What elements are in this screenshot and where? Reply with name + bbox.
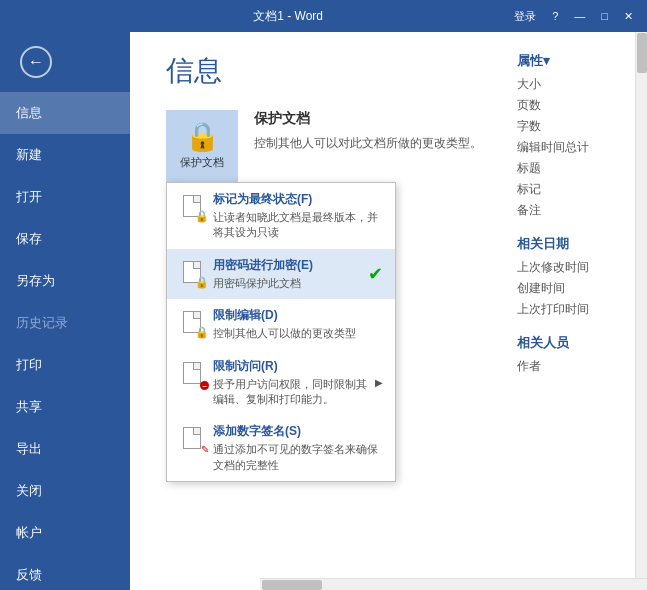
digital-sign-doc-icon (183, 427, 201, 449)
sidebar-item-new[interactable]: 新建 (0, 134, 130, 176)
mark-final-desc: 让读者知晓此文档是最终版本，并将其设为只读 (213, 210, 383, 241)
mark-final-icon: 🔒 (179, 191, 205, 221)
help-button[interactable]: ? (546, 8, 564, 24)
digital-sign-desc: 通过添加不可见的数字签名来确保文档的完整性 (213, 442, 383, 473)
sidebar-item-history: 历史记录 (0, 302, 130, 344)
vertical-scrollbar[interactable] (635, 32, 647, 590)
sidebar-item-share[interactable]: 共享 (0, 386, 130, 428)
encrypt-content: 用密码进行加密(E) 用密码保护此文档 (213, 257, 360, 291)
content-area: 信息 🔒 保护文档 保护文档 控制其他人可以对此文档所做的更改类型。 (130, 32, 647, 590)
badge-restrict-icon: 🔒 (195, 326, 209, 339)
badge-lock-icon: 🔒 (195, 210, 209, 223)
scrollbar-thumb[interactable] (637, 33, 647, 73)
minimize-button[interactable]: — (568, 8, 591, 24)
lock-icon: 🔒 (185, 123, 220, 151)
mark-final-title: 标记为最终状态(F) (213, 191, 383, 208)
restrict-access-content: 限制访问(R) 授予用户访问权限，同时限制其编辑、复制和打印能力。 (213, 358, 367, 408)
prop-words: 字数 (517, 118, 627, 135)
badge-lock2-icon: 🔒 (195, 276, 209, 289)
restrict-edit-title: 限制编辑(D) (213, 307, 383, 324)
h-scrollbar-thumb[interactable] (262, 580, 322, 590)
related-people-heading: 相关人员 (517, 334, 627, 352)
prop-size: 大小 (517, 76, 627, 93)
properties-heading[interactable]: 属性▾ (517, 52, 627, 70)
badge-no-icon: – (200, 381, 209, 390)
encrypt-icon: 🔒 (179, 257, 205, 287)
close-button[interactable]: ✕ (618, 8, 639, 25)
restrict-access-title: 限制访问(R) (213, 358, 367, 375)
restrict-edit-content: 限制编辑(D) 控制其他人可以做的更改类型 (213, 307, 383, 341)
check-mark-icon: ✔ (368, 263, 383, 285)
digital-sign-title: 添加数字签名(S) (213, 423, 383, 440)
restrict-edit-desc: 控制其他人可以做的更改类型 (213, 326, 383, 341)
prop-author: 作者 (517, 358, 627, 375)
menu-item-encrypt[interactable]: 🔒 用密码进行加密(E) 用密码保护此文档 ✔ (167, 249, 395, 299)
sidebar-item-save[interactable]: 保存 (0, 218, 130, 260)
sidebar-item-saveas[interactable]: 另存为 (0, 260, 130, 302)
restrict-access-icon: – (179, 358, 205, 388)
sidebar-item-account[interactable]: 帐户 (0, 512, 130, 554)
mark-final-content: 标记为最终状态(F) 让读者知晓此文档是最终版本，并将其设为只读 (213, 191, 383, 241)
menu-item-mark-final[interactable]: 🔒 标记为最终状态(F) 让读者知晓此文档是最终版本，并将其设为只读 (167, 183, 395, 249)
digital-sign-content: 添加数字签名(S) 通过添加不可见的数字签名来确保文档的完整性 (213, 423, 383, 473)
sidebar-item-export[interactable]: 导出 (0, 428, 130, 470)
menu-item-restrict-access[interactable]: – 限制访问(R) 授予用户访问权限，同时限制其编辑、复制和打印能力。 ▶ (167, 350, 395, 416)
prop-last-print: 上次打印时间 (517, 301, 627, 318)
badge-star-icon: ✎ (201, 444, 209, 455)
menu-item-restrict-edit[interactable]: 🔒 限制编辑(D) 控制其他人可以做的更改类型 (167, 299, 395, 349)
sidebar-bottom: 帐户 反馈 (0, 512, 130, 590)
title-bar: 文档1 - Word 登录 ? — □ ✕ (0, 0, 647, 32)
digital-sign-icon: ✎ (179, 423, 205, 453)
prop-tags: 标记 (517, 181, 627, 198)
back-circle-icon[interactable]: ← (20, 46, 52, 78)
window-title: 文档1 - Word (68, 8, 508, 25)
back-button[interactable]: ← (0, 32, 130, 92)
horizontal-scrollbar[interactable] (260, 578, 647, 590)
sidebar-item-close[interactable]: 关闭 (0, 470, 130, 512)
restrict-edit-icon: 🔒 (179, 307, 205, 337)
restrict-access-desc: 授予用户访问权限，同时限制其编辑、复制和打印能力。 (213, 377, 367, 408)
sidebar-item-feedback[interactable]: 反馈 (0, 554, 130, 590)
menu-item-digital-sign[interactable]: ✎ 添加数字签名(S) 通过添加不可见的数字签名来确保文档的完整性 (167, 415, 395, 481)
encrypt-title: 用密码进行加密(E) (213, 257, 360, 274)
login-button[interactable]: 登录 (508, 7, 542, 26)
related-dates-heading: 相关日期 (517, 235, 627, 253)
title-bar-controls: 登录 ? — □ ✕ (508, 7, 639, 26)
prop-last-modified: 上次修改时间 (517, 259, 627, 276)
right-panel: 属性▾ 大小 页数 字数 编辑时间总计 标题 标记 备注 相关日期 上次修改时间… (517, 52, 627, 379)
restore-button[interactable]: □ (595, 8, 614, 24)
encrypt-desc: 用密码保护此文档 (213, 276, 360, 291)
sidebar: ← 信息 新建 打开 保存 另存为 历史记录 打印 共享 导出 关闭 (0, 32, 130, 590)
prop-notes: 备注 (517, 202, 627, 219)
prop-pages: 页数 (517, 97, 627, 114)
sidebar-item-info[interactable]: 信息 (0, 92, 130, 134)
protect-document-button[interactable]: 🔒 保护文档 (166, 110, 238, 182)
restrict-access-doc-icon (183, 362, 201, 384)
protect-dropdown-menu: 🔒 标记为最终状态(F) 让读者知晓此文档是最终版本，并将其设为只读 🔒 (166, 182, 396, 482)
app-body: ← 信息 新建 打开 保存 另存为 历史记录 打印 共享 导出 关闭 (0, 32, 647, 590)
prop-created: 创建时间 (517, 280, 627, 297)
protect-icon-label: 保护文档 (180, 155, 224, 170)
prop-edit-time: 编辑时间总计 (517, 139, 627, 156)
sidebar-item-print[interactable]: 打印 (0, 344, 130, 386)
prop-title: 标题 (517, 160, 627, 177)
sidebar-item-open[interactable]: 打开 (0, 176, 130, 218)
arrow-icon: ▶ (375, 377, 383, 388)
